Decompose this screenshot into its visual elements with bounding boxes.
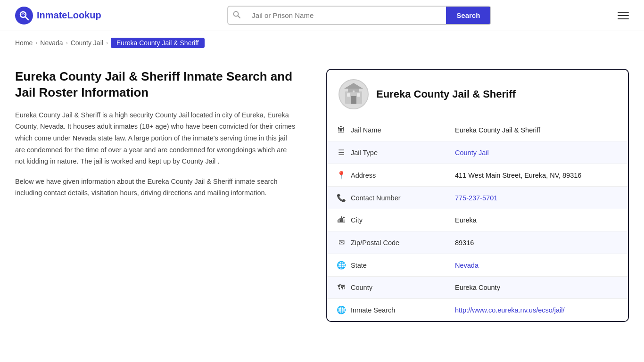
row-value-cell[interactable]: County Jail [446,141,628,164]
table-row: 🏛Jail NameEureka County Jail & Sheriff [327,119,628,141]
page-title: Eureka County Jail & Sheriff Inmate Sear… [15,69,298,101]
breadcrumb-county-jail[interactable]: County Jail [71,39,103,47]
logo-text: InmateLookup [37,10,101,21]
breadcrumb-sep-2: › [66,40,68,46]
breadcrumb: Home › Nevada › County Jail › Eureka Cou… [0,31,644,55]
svg-rect-10 [353,90,355,92]
table-row: 🌐StateNevada [327,254,628,277]
row-label: State [351,262,367,269]
row-label-cell: 🏛Jail Name [327,119,421,141]
row-label-cell: 📞Contact Number [327,187,421,209]
breadcrumb-sep-1: › [35,40,37,46]
hamburger-menu[interactable] [618,12,629,19]
row-label: Jail Name [351,126,381,134]
card-title: Eureka County Jail & Sheriff [376,88,516,100]
search-input[interactable] [245,7,446,24]
table-row: 🌐Inmate Searchhttp://www.co.eureka.nv.us… [327,299,628,321]
row-label: Contact Number [351,194,401,202]
row-label-cell: 📍Address [327,164,421,186]
row-icon: 🏙 [337,216,346,224]
row-icon: ✉ [337,238,346,247]
row-value-cell[interactable]: 775-237-5701 [446,187,628,209]
row-label-cell: 🏙City [327,209,421,231]
row-icon: 📍 [337,171,346,180]
row-label: City [351,216,363,224]
breadcrumb-nevada[interactable]: Nevada [40,39,63,47]
row-icon: 🏛 [337,126,346,134]
table-row: 📍Address411 West Main Street, Eureka, NV… [327,164,628,187]
svg-rect-9 [357,93,360,97]
svg-line-3 [238,16,240,18]
row-icon: ☰ [337,148,346,157]
row-label-cell: 🌐State [327,254,421,276]
row-value-link[interactable]: http://www.co.eureka.nv.us/ecso/jail/ [455,306,565,314]
logo-link[interactable]: InmateLookup [15,7,101,25]
row-icon: 🗺 [337,283,346,292]
page-description-2: Below we have given information about th… [15,176,298,199]
breadcrumb-home[interactable]: Home [15,39,33,47]
row-label: County [351,284,372,291]
row-label-cell: ✉Zip/Postal Code [327,231,421,254]
row-label: Address [351,172,376,179]
logo-icon [15,7,33,25]
row-value-link[interactable]: County Jail [455,149,489,156]
header: InmateLookup Search [0,0,644,31]
main-content: Eureka County Jail & Sheriff Inmate Sear… [0,55,644,341]
search-bar: Search [227,6,491,25]
svg-rect-8 [347,93,350,97]
breadcrumb-active: Eureka County Jail & Sheriff [111,38,205,48]
info-table: 🏛Jail NameEureka County Jail & Sheriff☰J… [327,119,628,321]
table-row: ☰Jail TypeCounty Jail [327,141,628,164]
row-icon: 📞 [337,193,346,202]
search-button[interactable]: Search [446,7,490,24]
row-value-link[interactable]: 775-237-5701 [455,194,497,202]
table-row: 🗺CountyEureka County [327,277,628,299]
facility-avatar [339,79,369,109]
row-label-cell: 🗺County [327,277,421,298]
row-value-cell: 411 West Main Street, Eureka, NV, 89316 [446,164,628,187]
row-value-cell: Eureka County Jail & Sheriff [446,119,628,141]
table-row: 📞Contact Number775-237-5701 [327,187,628,209]
row-value-cell: 89316 [446,231,628,254]
right-column: Eureka County Jail & Sheriff 🏛Jail NameE… [326,69,629,322]
table-row: 🏙CityEureka [327,209,628,231]
search-bar-icon [228,11,245,20]
left-column: Eureka County Jail & Sheriff Inmate Sear… [15,69,307,322]
table-row: ✉Zip/Postal Code89316 [327,231,628,254]
row-label-cell: ☰Jail Type [327,141,421,164]
row-label-cell: 🌐Inmate Search [327,299,421,321]
breadcrumb-sep-3: › [106,40,108,46]
row-icon: 🌐 [337,305,346,314]
row-value-cell: Eureka [446,209,628,231]
row-value-cell: Eureka County [446,277,628,299]
row-value-link[interactable]: Nevada [455,262,479,269]
info-card: Eureka County Jail & Sheriff 🏛Jail NameE… [326,69,629,322]
row-value-cell[interactable]: http://www.co.eureka.nv.us/ecso/jail/ [446,299,628,321]
row-label: Inmate Search [351,306,395,314]
card-header: Eureka County Jail & Sheriff [327,70,628,119]
row-value-cell[interactable]: Nevada [446,254,628,277]
svg-marker-6 [344,83,363,89]
svg-rect-7 [351,96,356,104]
page-description-1: Eureka County Jail & Sheriff is a high s… [15,109,298,167]
svg-line-1 [25,17,28,20]
row-label: Jail Type [351,149,378,156]
row-icon: 🌐 [337,261,346,270]
row-label: Zip/Postal Code [351,239,399,247]
